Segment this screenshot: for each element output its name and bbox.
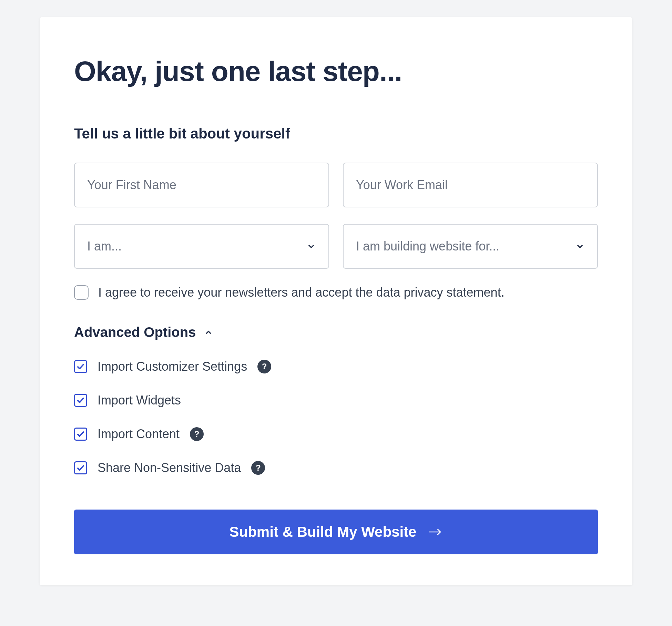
import-content-checkbox[interactable] <box>74 428 87 441</box>
submit-build-button[interactable]: Submit & Build My Website <box>74 510 598 554</box>
advanced-options-toggle[interactable]: Advanced Options <box>74 325 598 340</box>
checkmark-icon <box>77 464 85 472</box>
help-icon[interactable]: ? <box>190 427 204 441</box>
onboarding-card: Okay, just one last step... Tell us a li… <box>40 17 632 585</box>
arrow-right-icon <box>429 527 442 537</box>
first-name-input[interactable] <box>74 163 329 207</box>
import-widgets-checkbox[interactable] <box>74 394 87 407</box>
first-name-field-wrapper <box>74 163 329 207</box>
page-title: Okay, just one last step... <box>74 55 598 88</box>
consent-checkbox[interactable] <box>74 285 89 300</box>
consent-label: I agree to receive your newsletters and … <box>98 285 505 300</box>
checkmark-icon <box>77 362 85 371</box>
select-row: I am... I am building website for... <box>74 224 598 269</box>
checkmark-icon <box>77 430 85 438</box>
submit-button-label: Submit & Build My Website <box>230 524 417 540</box>
share-data-checkbox[interactable] <box>74 461 87 474</box>
advanced-option-row: Import Content ? <box>74 427 598 441</box>
import-widgets-label: Import Widgets <box>98 393 181 408</box>
role-select-label: I am... <box>87 239 122 254</box>
building-for-select-label: I am building website for... <box>356 239 499 254</box>
advanced-option-row: Import Widgets <box>74 393 598 408</box>
consent-row: I agree to receive your newsletters and … <box>74 285 598 300</box>
role-select-wrapper: I am... <box>74 224 329 269</box>
work-email-input[interactable] <box>343 163 598 207</box>
work-email-field-wrapper <box>343 163 598 207</box>
import-customizer-checkbox[interactable] <box>74 360 87 373</box>
role-select[interactable]: I am... <box>74 224 329 269</box>
building-for-select-wrapper: I am building website for... <box>343 224 598 269</box>
share-data-label: Share Non-Sensitive Data <box>98 461 241 475</box>
section-subtitle: Tell us a little bit about yourself <box>74 125 598 142</box>
advanced-options-label: Advanced Options <box>74 325 196 340</box>
checkmark-icon <box>77 396 85 404</box>
help-icon[interactable]: ? <box>251 461 265 475</box>
name-email-row <box>74 163 598 207</box>
building-for-select[interactable]: I am building website for... <box>343 224 598 269</box>
import-content-label: Import Content <box>98 427 180 441</box>
chevron-down-icon <box>306 242 316 251</box>
chevron-up-icon <box>204 328 213 337</box>
import-customizer-label: Import Customizer Settings <box>98 359 247 374</box>
help-icon[interactable]: ? <box>257 360 271 373</box>
advanced-option-row: Import Customizer Settings ? <box>74 359 598 374</box>
advanced-option-row: Share Non-Sensitive Data ? <box>74 461 598 475</box>
chevron-down-icon <box>575 242 585 251</box>
